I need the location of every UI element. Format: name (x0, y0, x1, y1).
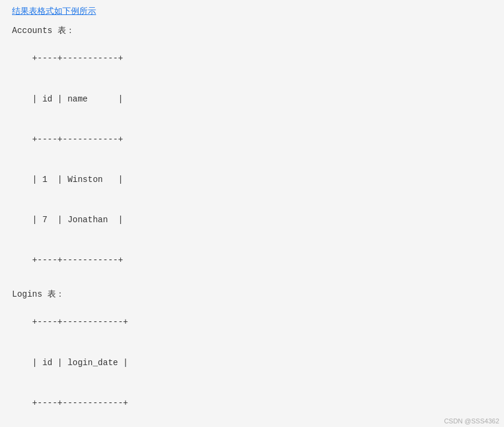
accounts-table: +----+-----------+ | id | name | +----+-… (12, 38, 492, 280)
logins-border-top: +----+------------+ (32, 317, 129, 327)
accounts-border-top: +----+-----------+ (32, 53, 123, 63)
accounts-header: | id | name | (32, 94, 123, 104)
accounts-row-1: | 7 | Jonathan | (32, 215, 123, 225)
accounts-title: Accounts 表： (12, 25, 492, 36)
accounts-border-mid: +----+-----------+ (32, 135, 123, 144)
logins-table: +----+------------+ | id | login_date | … (12, 302, 492, 427)
watermark: CSDN @SSS4362 (444, 417, 499, 425)
heading-link-wrapper: 结果表格式如下例所示 (12, 6, 492, 17)
logins-header: | id | login_date | (32, 358, 129, 368)
logins-border-mid: +----+------------+ (32, 398, 129, 408)
heading-link[interactable]: 结果表格式如下例所示 (12, 6, 96, 16)
logins-title: Logins 表： (12, 289, 492, 300)
accounts-border-bot: +----+-----------+ (32, 255, 123, 265)
logins-section: Logins 表： +----+------------+ | id | log… (12, 289, 492, 427)
accounts-section: Accounts 表： +----+-----------+ | id | na… (12, 25, 492, 280)
accounts-row-0: | 1 | Winston | (32, 175, 123, 184)
